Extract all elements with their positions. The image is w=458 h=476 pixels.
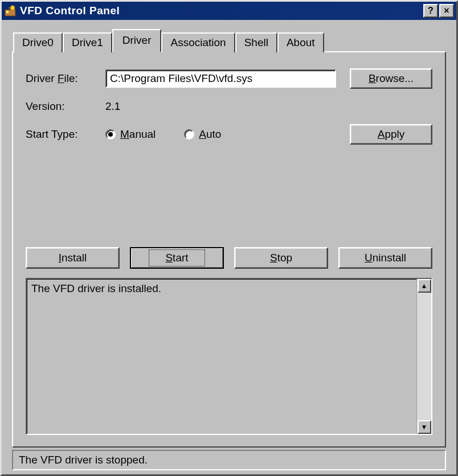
window-title: VFD Control Panel xyxy=(20,5,423,17)
radio-manual[interactable]: Manual xyxy=(105,128,156,141)
svg-point-2 xyxy=(10,6,15,10)
scroll-down-button[interactable]: ▼ xyxy=(418,420,431,434)
start-type-label: Start Type: xyxy=(26,128,105,141)
action-button-row: Install Start Stop Uninstall xyxy=(26,247,432,269)
tab-driver[interactable]: Driver xyxy=(112,29,162,52)
radio-auto[interactable]: Auto xyxy=(184,128,221,141)
help-button[interactable]: ? xyxy=(423,4,438,18)
log-area: The VFD driver is installed. ▲ ▼ xyxy=(26,278,432,435)
row-version: Version: 2.1 xyxy=(26,100,432,113)
app-icon xyxy=(4,5,17,17)
close-button[interactable]: × xyxy=(439,4,454,18)
uninstall-button[interactable]: Uninstall xyxy=(338,247,432,269)
label-accel: A xyxy=(199,128,206,140)
driver-file-input[interactable] xyxy=(105,69,336,88)
tab-association[interactable]: Association xyxy=(161,32,235,52)
window: VFD Control Panel ? × Drive0 Drive1 Driv… xyxy=(0,0,458,476)
tab-shell[interactable]: Shell xyxy=(235,32,277,52)
tab-drive1[interactable]: Drive1 xyxy=(63,32,112,52)
stop-button[interactable]: Stop xyxy=(234,247,328,269)
label-accel: M xyxy=(120,128,129,140)
install-button[interactable]: Install xyxy=(26,247,120,269)
tab-drive0[interactable]: Drive0 xyxy=(13,32,63,52)
label-text: anual xyxy=(129,128,156,140)
tab-about[interactable]: About xyxy=(277,32,324,52)
button-text: nstall xyxy=(62,252,87,264)
svg-rect-1 xyxy=(6,11,9,13)
tab-body-driver: Driver File: Browse... Version: 2.1 Star… xyxy=(12,51,446,448)
driver-file-label: Driver File: xyxy=(26,72,105,85)
scrollbar[interactable]: ▲ ▼ xyxy=(416,279,431,434)
arrow-down-icon: ▼ xyxy=(421,423,428,431)
version-value: 2.1 xyxy=(105,100,120,113)
radio-dot-icon xyxy=(105,129,116,139)
tab-control: Drive0 Drive1 Driver Association Shell A… xyxy=(12,29,446,448)
radio-dot-icon xyxy=(184,129,194,139)
start-button[interactable]: Start xyxy=(130,247,224,269)
status-text: The VFD driver is stopped. xyxy=(19,454,148,466)
statusbar: The VFD driver is stopped. xyxy=(12,450,446,470)
arrow-up-icon: ▲ xyxy=(421,282,428,290)
button-accel: B xyxy=(369,72,376,84)
titlebar: VFD Control Panel ? × xyxy=(2,2,456,20)
button-text: top xyxy=(277,252,292,264)
label-text: uto xyxy=(206,128,221,140)
radio-label: Manual xyxy=(120,128,156,141)
scroll-up-button[interactable]: ▲ xyxy=(418,279,431,293)
log-text[interactable]: The VFD driver is installed. xyxy=(27,279,416,434)
focus-rect: Start xyxy=(149,249,205,266)
label-text: Driver xyxy=(26,72,58,84)
row-driver-file: Driver File: Browse... xyxy=(26,68,432,89)
label-text: ile: xyxy=(64,72,78,84)
label-accel: F xyxy=(58,72,64,84)
button-text: tart xyxy=(173,252,188,264)
radio-label: Auto xyxy=(199,128,221,141)
button-text: pply xyxy=(385,128,404,140)
button-accel: A xyxy=(378,128,385,140)
button-accel: S xyxy=(165,252,173,264)
button-text: ninstall xyxy=(373,252,406,264)
titlebar-controls: ? × xyxy=(423,4,454,18)
version-label: Version: xyxy=(26,100,105,113)
row-start-type: Start Type: Manual Auto Apply xyxy=(26,124,432,145)
button-accel: S xyxy=(270,252,277,264)
button-text: rowse... xyxy=(376,72,414,84)
button-accel: U xyxy=(365,252,373,264)
tab-strip: Drive0 Drive1 Driver Association Shell A… xyxy=(13,29,446,51)
client-area: Drive0 Drive1 Driver Association Shell A… xyxy=(2,20,456,474)
apply-button[interactable]: Apply xyxy=(350,124,432,145)
browse-button[interactable]: Browse... xyxy=(350,68,432,89)
